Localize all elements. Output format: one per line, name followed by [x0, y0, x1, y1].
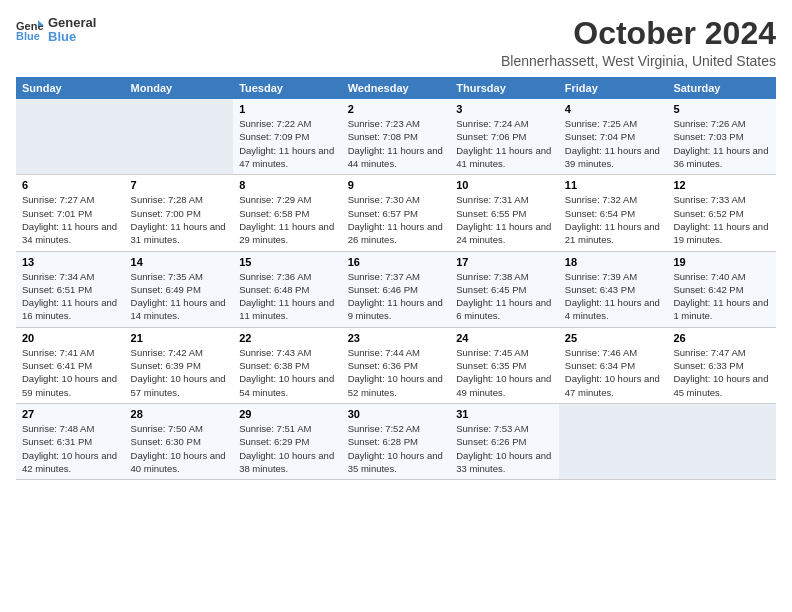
day-cell: 19Sunrise: 7:40 AM Sunset: 6:42 PM Dayli…	[667, 251, 776, 327]
logo-general-text: General	[48, 16, 96, 30]
day-info: Sunrise: 7:29 AM Sunset: 6:58 PM Dayligh…	[239, 193, 336, 246]
day-info: Sunrise: 7:43 AM Sunset: 6:38 PM Dayligh…	[239, 346, 336, 399]
day-info: Sunrise: 7:52 AM Sunset: 6:28 PM Dayligh…	[348, 422, 445, 475]
day-number: 5	[673, 103, 770, 115]
day-info: Sunrise: 7:34 AM Sunset: 6:51 PM Dayligh…	[22, 270, 119, 323]
weekday-header-sunday: Sunday	[16, 77, 125, 99]
day-cell: 5Sunrise: 7:26 AM Sunset: 7:03 PM Daylig…	[667, 99, 776, 175]
day-info: Sunrise: 7:31 AM Sunset: 6:55 PM Dayligh…	[456, 193, 553, 246]
day-number: 29	[239, 408, 336, 420]
day-info: Sunrise: 7:40 AM Sunset: 6:42 PM Dayligh…	[673, 270, 770, 323]
day-number: 17	[456, 256, 553, 268]
day-cell: 12Sunrise: 7:33 AM Sunset: 6:52 PM Dayli…	[667, 175, 776, 251]
day-info: Sunrise: 7:26 AM Sunset: 7:03 PM Dayligh…	[673, 117, 770, 170]
day-cell: 11Sunrise: 7:32 AM Sunset: 6:54 PM Dayli…	[559, 175, 668, 251]
day-cell: 30Sunrise: 7:52 AM Sunset: 6:28 PM Dayli…	[342, 403, 451, 479]
day-cell: 4Sunrise: 7:25 AM Sunset: 7:04 PM Daylig…	[559, 99, 668, 175]
day-cell: 8Sunrise: 7:29 AM Sunset: 6:58 PM Daylig…	[233, 175, 342, 251]
week-row-1: 1Sunrise: 7:22 AM Sunset: 7:09 PM Daylig…	[16, 99, 776, 175]
day-info: Sunrise: 7:36 AM Sunset: 6:48 PM Dayligh…	[239, 270, 336, 323]
day-cell: 15Sunrise: 7:36 AM Sunset: 6:48 PM Dayli…	[233, 251, 342, 327]
day-info: Sunrise: 7:41 AM Sunset: 6:41 PM Dayligh…	[22, 346, 119, 399]
day-number: 8	[239, 179, 336, 191]
day-cell: 20Sunrise: 7:41 AM Sunset: 6:41 PM Dayli…	[16, 327, 125, 403]
day-cell: 1Sunrise: 7:22 AM Sunset: 7:09 PM Daylig…	[233, 99, 342, 175]
day-number: 13	[22, 256, 119, 268]
day-info: Sunrise: 7:44 AM Sunset: 6:36 PM Dayligh…	[348, 346, 445, 399]
day-number: 2	[348, 103, 445, 115]
day-cell	[125, 99, 234, 175]
weekday-header-wednesday: Wednesday	[342, 77, 451, 99]
week-row-2: 6Sunrise: 7:27 AM Sunset: 7:01 PM Daylig…	[16, 175, 776, 251]
weekday-header-monday: Monday	[125, 77, 234, 99]
calendar-table: SundayMondayTuesdayWednesdayThursdayFrid…	[16, 77, 776, 480]
day-info: Sunrise: 7:28 AM Sunset: 7:00 PM Dayligh…	[131, 193, 228, 246]
day-info: Sunrise: 7:45 AM Sunset: 6:35 PM Dayligh…	[456, 346, 553, 399]
day-cell: 22Sunrise: 7:43 AM Sunset: 6:38 PM Dayli…	[233, 327, 342, 403]
day-cell: 16Sunrise: 7:37 AM Sunset: 6:46 PM Dayli…	[342, 251, 451, 327]
day-number: 19	[673, 256, 770, 268]
day-number: 1	[239, 103, 336, 115]
day-cell: 17Sunrise: 7:38 AM Sunset: 6:45 PM Dayli…	[450, 251, 559, 327]
day-cell: 28Sunrise: 7:50 AM Sunset: 6:30 PM Dayli…	[125, 403, 234, 479]
day-cell: 31Sunrise: 7:53 AM Sunset: 6:26 PM Dayli…	[450, 403, 559, 479]
day-cell: 7Sunrise: 7:28 AM Sunset: 7:00 PM Daylig…	[125, 175, 234, 251]
weekday-header-tuesday: Tuesday	[233, 77, 342, 99]
day-number: 15	[239, 256, 336, 268]
day-number: 11	[565, 179, 662, 191]
weekday-header-friday: Friday	[559, 77, 668, 99]
day-info: Sunrise: 7:30 AM Sunset: 6:57 PM Dayligh…	[348, 193, 445, 246]
day-number: 16	[348, 256, 445, 268]
day-number: 28	[131, 408, 228, 420]
day-info: Sunrise: 7:22 AM Sunset: 7:09 PM Dayligh…	[239, 117, 336, 170]
day-info: Sunrise: 7:46 AM Sunset: 6:34 PM Dayligh…	[565, 346, 662, 399]
day-number: 3	[456, 103, 553, 115]
day-number: 12	[673, 179, 770, 191]
day-info: Sunrise: 7:38 AM Sunset: 6:45 PM Dayligh…	[456, 270, 553, 323]
day-info: Sunrise: 7:47 AM Sunset: 6:33 PM Dayligh…	[673, 346, 770, 399]
day-cell: 18Sunrise: 7:39 AM Sunset: 6:43 PM Dayli…	[559, 251, 668, 327]
day-info: Sunrise: 7:23 AM Sunset: 7:08 PM Dayligh…	[348, 117, 445, 170]
day-info: Sunrise: 7:37 AM Sunset: 6:46 PM Dayligh…	[348, 270, 445, 323]
logo-icon: General Blue	[16, 18, 44, 42]
day-number: 22	[239, 332, 336, 344]
weekday-header-row: SundayMondayTuesdayWednesdayThursdayFrid…	[16, 77, 776, 99]
week-row-5: 27Sunrise: 7:48 AM Sunset: 6:31 PM Dayli…	[16, 403, 776, 479]
day-info: Sunrise: 7:35 AM Sunset: 6:49 PM Dayligh…	[131, 270, 228, 323]
day-number: 27	[22, 408, 119, 420]
day-number: 18	[565, 256, 662, 268]
month-title: October 2024	[501, 16, 776, 51]
day-cell: 29Sunrise: 7:51 AM Sunset: 6:29 PM Dayli…	[233, 403, 342, 479]
day-cell	[559, 403, 668, 479]
day-cell: 9Sunrise: 7:30 AM Sunset: 6:57 PM Daylig…	[342, 175, 451, 251]
day-number: 20	[22, 332, 119, 344]
day-info: Sunrise: 7:32 AM Sunset: 6:54 PM Dayligh…	[565, 193, 662, 246]
page-header: General Blue General Blue October 2024 B…	[16, 16, 776, 69]
day-cell: 27Sunrise: 7:48 AM Sunset: 6:31 PM Dayli…	[16, 403, 125, 479]
day-info: Sunrise: 7:48 AM Sunset: 6:31 PM Dayligh…	[22, 422, 119, 475]
day-info: Sunrise: 7:27 AM Sunset: 7:01 PM Dayligh…	[22, 193, 119, 246]
day-cell: 10Sunrise: 7:31 AM Sunset: 6:55 PM Dayli…	[450, 175, 559, 251]
day-info: Sunrise: 7:25 AM Sunset: 7:04 PM Dayligh…	[565, 117, 662, 170]
day-number: 30	[348, 408, 445, 420]
weekday-header-saturday: Saturday	[667, 77, 776, 99]
day-cell: 6Sunrise: 7:27 AM Sunset: 7:01 PM Daylig…	[16, 175, 125, 251]
day-info: Sunrise: 7:33 AM Sunset: 6:52 PM Dayligh…	[673, 193, 770, 246]
day-number: 7	[131, 179, 228, 191]
day-cell: 13Sunrise: 7:34 AM Sunset: 6:51 PM Dayli…	[16, 251, 125, 327]
day-cell: 25Sunrise: 7:46 AM Sunset: 6:34 PM Dayli…	[559, 327, 668, 403]
day-number: 25	[565, 332, 662, 344]
day-number: 21	[131, 332, 228, 344]
day-number: 10	[456, 179, 553, 191]
day-cell: 23Sunrise: 7:44 AM Sunset: 6:36 PM Dayli…	[342, 327, 451, 403]
day-info: Sunrise: 7:39 AM Sunset: 6:43 PM Dayligh…	[565, 270, 662, 323]
day-number: 9	[348, 179, 445, 191]
logo: General Blue General Blue	[16, 16, 96, 45]
day-info: Sunrise: 7:53 AM Sunset: 6:26 PM Dayligh…	[456, 422, 553, 475]
day-number: 23	[348, 332, 445, 344]
day-cell: 3Sunrise: 7:24 AM Sunset: 7:06 PM Daylig…	[450, 99, 559, 175]
day-cell: 24Sunrise: 7:45 AM Sunset: 6:35 PM Dayli…	[450, 327, 559, 403]
title-block: October 2024 Blennerhassett, West Virgin…	[501, 16, 776, 69]
day-cell: 2Sunrise: 7:23 AM Sunset: 7:08 PM Daylig…	[342, 99, 451, 175]
day-cell	[667, 403, 776, 479]
